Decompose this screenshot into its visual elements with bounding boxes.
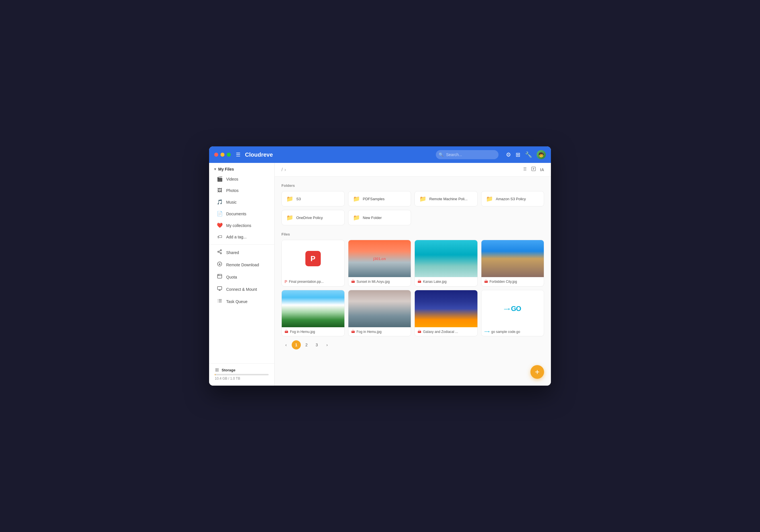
sort-icon[interactable] bbox=[531, 166, 536, 173]
sidebar-item-label: Videos bbox=[226, 177, 238, 181]
file-info: 🏔 Galaxy and Zodiacal ... bbox=[415, 327, 477, 336]
sidebar-item-music[interactable]: 🎵 Music bbox=[209, 196, 274, 208]
sidebar-item-label: Quota bbox=[226, 275, 237, 279]
folder-card[interactable]: 📁 PDFSamples bbox=[348, 191, 411, 206]
list-icon bbox=[216, 298, 223, 305]
folder-name: Remote Machine Poli... bbox=[429, 197, 467, 201]
sidebar-item-connect-mount[interactable]: Connect & Mount bbox=[209, 283, 274, 295]
page-2-button[interactable]: 2 bbox=[302, 340, 311, 349]
sidebar-item-label: Connect & Mount bbox=[226, 287, 257, 291]
file-card[interactable]: P P Final presentation.pp... bbox=[281, 240, 345, 287]
az-sort-icon[interactable]: IA bbox=[540, 167, 544, 172]
go-icon: —» GO bbox=[504, 305, 521, 313]
file-card[interactable]: —» GO ⟶ go sample code.go bbox=[481, 290, 545, 336]
pagination: ‹ 1 2 3 › bbox=[281, 336, 544, 351]
folder-name: Amazon S3 Policy bbox=[496, 197, 526, 201]
my-files-section[interactable]: ▾ My Files bbox=[209, 163, 274, 173]
search-wrap: 🔍 bbox=[436, 150, 499, 159]
documents-icon: 📄 bbox=[216, 211, 223, 217]
avatar-image: 🧒 bbox=[537, 150, 546, 159]
file-name: Galaxy and Zodiacal ... bbox=[423, 330, 458, 334]
folders-section-label: Folders bbox=[281, 183, 544, 188]
folder-card[interactable]: 📁 OneDrive Policy bbox=[281, 210, 345, 225]
file-name: Fog in Hemu.jpg bbox=[290, 330, 315, 334]
file-info: 🏔 Sunset in Mt.Aoyu.jpg bbox=[348, 277, 411, 286]
main-layout: ▾ My Files 🎬 Videos 🖼 Photos 🎵 Music 📄 D… bbox=[209, 163, 551, 386]
breadcrumb-separator: / bbox=[281, 167, 283, 172]
file-card[interactable]: 🏔 Fog in Hemu.jpg bbox=[348, 290, 411, 336]
sidebar-item-photos[interactable]: 🖼 Photos bbox=[209, 185, 274, 196]
sidebar-item-shared[interactable]: Shared bbox=[209, 246, 274, 259]
folder-card[interactable]: 📁 Amazon S3 Policy bbox=[481, 191, 545, 206]
sidebar-item-videos[interactable]: 🎬 Videos bbox=[209, 173, 274, 185]
storage-label: Storage bbox=[215, 368, 269, 372]
folder-card[interactable]: 📁 Remote Machine Poli... bbox=[414, 191, 478, 206]
file-card[interactable]: j301.cn 🏔 Sunset in Mt.Aoyu.jpg bbox=[348, 240, 411, 287]
gear-icon[interactable]: 🔧 bbox=[525, 151, 532, 158]
fab-add-button[interactable]: + bbox=[530, 365, 544, 379]
go-file-icon: ⟶ bbox=[484, 330, 490, 334]
file-area-wrapper: Folders 📁 S3 📁 PDFSamples 📁 Remote Ma bbox=[275, 177, 551, 386]
sidebar-item-collections[interactable]: ❤️ My collections bbox=[209, 220, 274, 231]
svg-rect-6 bbox=[217, 274, 222, 278]
svg-rect-9 bbox=[217, 287, 222, 289]
storage-usage-text: 10.4 GB / 1.0 TB bbox=[215, 377, 269, 380]
image-file-icon: 🏔 bbox=[418, 330, 421, 334]
folder-name: OneDrive Policy bbox=[296, 216, 323, 220]
folder-icon: 📁 bbox=[353, 214, 360, 221]
files-section-label: Files bbox=[281, 232, 544, 236]
files-grid: P P Final presentation.pp... j301.cn bbox=[281, 240, 544, 336]
image-file-icon: 🏔 bbox=[418, 279, 421, 284]
close-button[interactable] bbox=[214, 153, 218, 156]
file-card[interactable]: 🏔 Fog in Hemu.jpg bbox=[281, 290, 345, 336]
file-name: go sample code.go bbox=[491, 330, 520, 334]
file-card[interactable]: 🏔 Forbidden City.jpg bbox=[481, 240, 545, 287]
folder-icon: 📁 bbox=[286, 196, 293, 202]
minimize-button[interactable] bbox=[220, 153, 224, 156]
file-area: Folders 📁 S3 📁 PDFSamples 📁 Remote Ma bbox=[275, 177, 551, 386]
file-thumbnail: j301.cn bbox=[348, 240, 411, 277]
settings-sunburst-icon[interactable]: ⚙ bbox=[506, 151, 511, 158]
avatar[interactable]: 🧒 bbox=[537, 150, 546, 159]
ppt-icon: P bbox=[306, 251, 321, 266]
sidebar: ▾ My Files 🎬 Videos 🖼 Photos 🎵 Music 📄 D… bbox=[209, 163, 275, 386]
photos-icon: 🖼 bbox=[216, 188, 223, 193]
sidebar-item-documents[interactable]: 📄 Documents bbox=[209, 208, 274, 220]
file-name: Sunset in Mt.Aoyu.jpg bbox=[356, 280, 390, 284]
image-file-icon: 🏔 bbox=[351, 279, 355, 284]
sidebar-item-add-tag[interactable]: 🏷 Add a tag... bbox=[209, 231, 274, 243]
file-thumbnail bbox=[282, 290, 344, 327]
folder-card[interactable]: 📁 S3 bbox=[281, 191, 345, 206]
storage-section: Storage 10.4 GB / 1.0 TB bbox=[209, 363, 274, 386]
titlebar: ☰ Cloudreve 🔍 ⚙ ⊞ 🔧 🧒 bbox=[209, 146, 551, 163]
maximize-button[interactable] bbox=[227, 153, 231, 156]
content-area: / › IA bbox=[275, 163, 551, 386]
sidebar-item-quota[interactable]: Quota bbox=[209, 271, 274, 283]
file-thumbnail bbox=[415, 240, 477, 277]
file-thumbnail bbox=[481, 240, 544, 277]
grid-view-icon[interactable]: ⊞ bbox=[516, 151, 520, 158]
file-name: Kanas Lake.jpg bbox=[423, 280, 447, 284]
sidebar-item-label: Shared bbox=[226, 250, 239, 255]
folders-grid: 📁 S3 📁 PDFSamples 📁 Remote Machine Poli.… bbox=[281, 191, 544, 225]
quota-icon bbox=[216, 274, 223, 280]
file-card[interactable]: 🏔 Galaxy and Zodiacal ... bbox=[414, 290, 478, 336]
folder-name: S3 bbox=[296, 197, 301, 201]
page-1-button[interactable]: 1 bbox=[292, 340, 301, 349]
next-page-button[interactable]: › bbox=[322, 340, 332, 349]
folder-card[interactable]: 📁 New Folder bbox=[348, 210, 411, 225]
breadcrumb-forward-icon[interactable]: › bbox=[284, 167, 286, 172]
search-input[interactable] bbox=[436, 150, 499, 159]
sidebar-item-remote-download[interactable]: Remote Download bbox=[209, 259, 274, 271]
file-info: P Final presentation.pp... bbox=[282, 277, 344, 286]
file-card[interactable]: 🏔 Kanas Lake.jpg bbox=[414, 240, 478, 287]
image-file-icon: 🏔 bbox=[351, 330, 355, 334]
sidebar-item-task-queue[interactable]: Task Queue bbox=[209, 295, 274, 308]
svg-line-4 bbox=[219, 251, 220, 251]
prev-page-button[interactable]: ‹ bbox=[281, 340, 291, 349]
hamburger-icon[interactable]: ☰ bbox=[236, 152, 240, 158]
storage-bar-background bbox=[215, 374, 269, 376]
page-3-button[interactable]: 3 bbox=[312, 340, 321, 349]
file-info: 🏔 Forbidden City.jpg bbox=[481, 277, 544, 286]
list-view-icon[interactable] bbox=[522, 166, 527, 173]
